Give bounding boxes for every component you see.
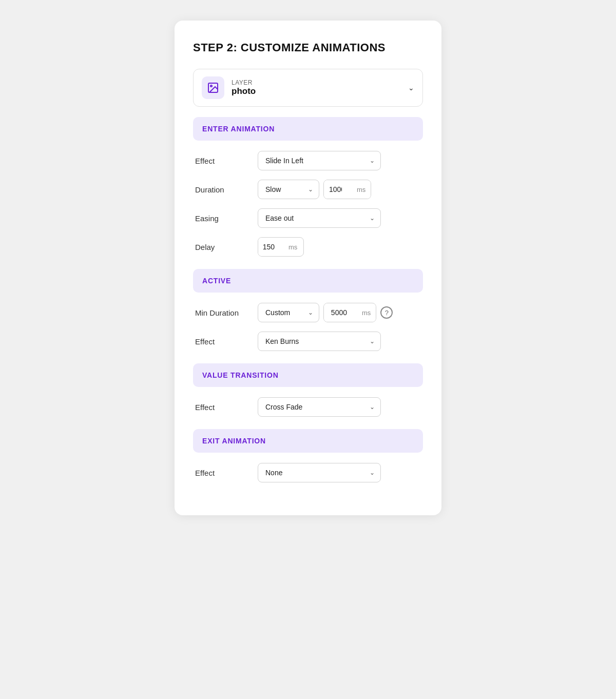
enter-duration-select[interactable]: Slow Medium Fast <box>258 180 319 199</box>
value-transition-effect-select-wrapper: Cross Fade None Slide Zoom ⌄ <box>258 397 381 417</box>
enter-delay-input[interactable] <box>258 238 286 256</box>
value-transition-effect-label: Effect <box>195 403 252 412</box>
enter-effect-row: Effect Slide In Left Slide In Right Fade… <box>195 151 421 170</box>
active-effect-label: Effect <box>195 337 252 346</box>
enter-duration-ms-unit: ms <box>355 181 371 199</box>
photo-icon <box>207 82 219 94</box>
active-effect-row: Effect Ken Burns None Zoom Pan ⌄ <box>195 332 421 351</box>
main-card: STEP 2: CUSTOMIZE ANIMATIONS LAYER photo… <box>175 21 441 515</box>
active-header: ACTIVE <box>193 269 423 293</box>
value-transition-effect-row: Effect Cross Fade None Slide Zoom ⌄ <box>195 397 421 417</box>
enter-animation-header: ENTER ANIMATION <box>193 117 423 141</box>
active-min-duration-ms-input[interactable] <box>324 303 360 322</box>
active-min-duration-controls: Custom Auto ⌄ ms ? <box>258 303 393 322</box>
active-min-duration-ms-unit: ms <box>360 304 376 322</box>
enter-delay-unit: ms <box>286 238 303 256</box>
active-effect-select[interactable]: Ken Burns None Zoom Pan <box>258 332 381 351</box>
exit-animation-title: EXIT ANIMATION <box>202 437 266 445</box>
value-transition-title: VALUE TRANSITION <box>202 371 279 379</box>
active-min-duration-select[interactable]: Custom Auto <box>258 303 319 322</box>
exit-effect-row: Effect None Slide Out Left Slide Out Rig… <box>195 463 421 482</box>
active-min-duration-row: Min Duration Custom Auto ⌄ ms ? <box>195 303 421 322</box>
enter-easing-row: Easing Ease out Ease in Ease in out Line… <box>195 208 421 228</box>
layer-selector[interactable]: LAYER photo ⌄ <box>193 69 423 107</box>
active-fields: Min Duration Custom Auto ⌄ ms ? Effect <box>193 303 423 351</box>
value-transition-header: VALUE TRANSITION <box>193 363 423 387</box>
layer-selector-left: LAYER photo <box>202 76 256 99</box>
enter-effect-select[interactable]: Slide In Left Slide In Right Fade In Zoo… <box>258 151 381 170</box>
enter-duration-ms-input-group: ms <box>323 180 371 199</box>
active-min-duration-label: Min Duration <box>195 308 252 317</box>
active-title: ACTIVE <box>202 277 231 285</box>
layer-icon-box <box>202 76 224 99</box>
min-duration-help-icon[interactable]: ? <box>380 306 393 319</box>
exit-animation-header: EXIT ANIMATION <box>193 429 423 453</box>
layer-info: LAYER photo <box>232 79 256 96</box>
enter-animation-title: ENTER ANIMATION <box>202 125 275 133</box>
enter-delay-input-group: ms <box>258 237 304 257</box>
layer-name: photo <box>232 86 256 96</box>
enter-delay-label: Delay <box>195 243 252 251</box>
value-transition-fields: Effect Cross Fade None Slide Zoom ⌄ <box>193 397 423 417</box>
active-effect-select-wrapper: Ken Burns None Zoom Pan ⌄ <box>258 332 381 351</box>
enter-effect-select-wrapper: Slide In Left Slide In Right Fade In Zoo… <box>258 151 381 170</box>
value-transition-effect-select[interactable]: Cross Fade None Slide Zoom <box>258 397 381 417</box>
enter-delay-row: Delay ms <box>195 237 421 257</box>
enter-duration-select-wrapper: Slow Medium Fast ⌄ <box>258 180 319 199</box>
page-title: STEP 2: CUSTOMIZE ANIMATIONS <box>193 41 423 54</box>
enter-duration-controls: Slow Medium Fast ⌄ ms <box>258 180 371 199</box>
exit-effect-select[interactable]: None Slide Out Left Slide Out Right Fade… <box>258 463 381 482</box>
layer-chevron-icon: ⌄ <box>408 84 414 92</box>
exit-animation-fields: Effect None Slide Out Left Slide Out Rig… <box>193 463 423 482</box>
enter-easing-label: Easing <box>195 214 252 223</box>
exit-effect-select-wrapper: None Slide Out Left Slide Out Right Fade… <box>258 463 381 482</box>
enter-easing-select-wrapper: Ease out Ease in Ease in out Linear ⌄ <box>258 208 381 228</box>
active-min-duration-ms-input-group: ms <box>323 303 376 322</box>
enter-duration-label: Duration <box>195 185 252 194</box>
svg-point-1 <box>210 85 212 87</box>
exit-effect-label: Effect <box>195 469 252 477</box>
enter-animation-fields: Effect Slide In Left Slide In Right Fade… <box>193 151 423 257</box>
layer-label: LAYER <box>232 79 256 86</box>
enter-duration-row: Duration Slow Medium Fast ⌄ ms <box>195 180 421 199</box>
enter-duration-ms-input[interactable] <box>324 180 355 199</box>
active-min-duration-select-wrapper: Custom Auto ⌄ <box>258 303 319 322</box>
enter-easing-select[interactable]: Ease out Ease in Ease in out Linear <box>258 208 381 228</box>
enter-effect-label: Effect <box>195 157 252 165</box>
